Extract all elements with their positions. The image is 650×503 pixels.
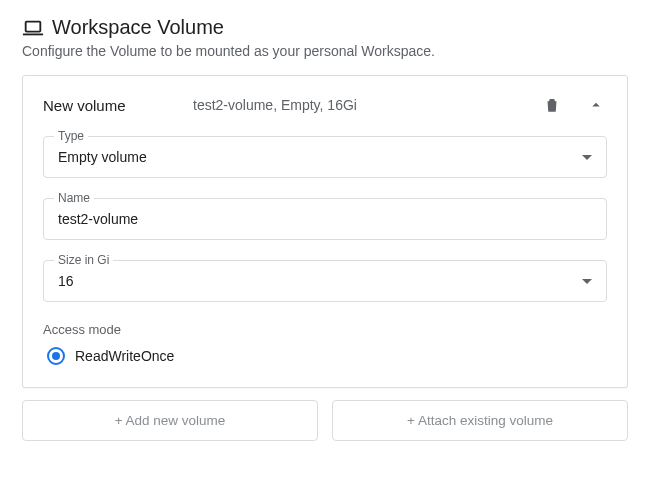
volume-card: New volume test2-volume, Empty, 16Gi (22, 75, 628, 388)
volume-card-header: New volume test2-volume, Empty, 16Gi (43, 94, 607, 116)
name-field-wrap: Name (43, 198, 607, 240)
size-value: 16 (58, 273, 582, 289)
access-mode-label: Access mode (43, 322, 607, 337)
add-new-volume-button[interactable]: + Add new volume (22, 400, 318, 441)
page-title: Workspace Volume (52, 16, 224, 39)
chevron-down-icon (582, 279, 592, 284)
size-select[interactable]: Size in Gi 16 (43, 260, 607, 302)
svg-rect-0 (26, 21, 41, 31)
collapse-icon[interactable] (585, 94, 607, 116)
header: Workspace Volume (22, 16, 628, 39)
size-label: Size in Gi (54, 253, 113, 267)
name-input[interactable] (58, 211, 592, 227)
access-mode-option-label: ReadWriteOnce (75, 348, 174, 364)
workspace-volume-page: Workspace Volume Configure the Volume to… (0, 0, 650, 457)
type-value: Empty volume (58, 149, 582, 165)
delete-icon[interactable] (541, 94, 563, 116)
button-row: + Add new volume + Attach existing volum… (22, 400, 628, 441)
page-subtitle: Configure the Volume to be mounted as yo… (22, 43, 628, 59)
laptop-icon (22, 19, 44, 37)
radio-icon (47, 347, 65, 365)
volume-label: New volume (43, 97, 193, 114)
volume-summary: test2-volume, Empty, 16Gi (193, 97, 541, 113)
chevron-down-icon (582, 155, 592, 160)
name-label: Name (54, 191, 94, 205)
type-label: Type (54, 129, 88, 143)
attach-existing-volume-button[interactable]: + Attach existing volume (332, 400, 628, 441)
type-select[interactable]: Type Empty volume (43, 136, 607, 178)
access-mode-option[interactable]: ReadWriteOnce (43, 347, 607, 365)
